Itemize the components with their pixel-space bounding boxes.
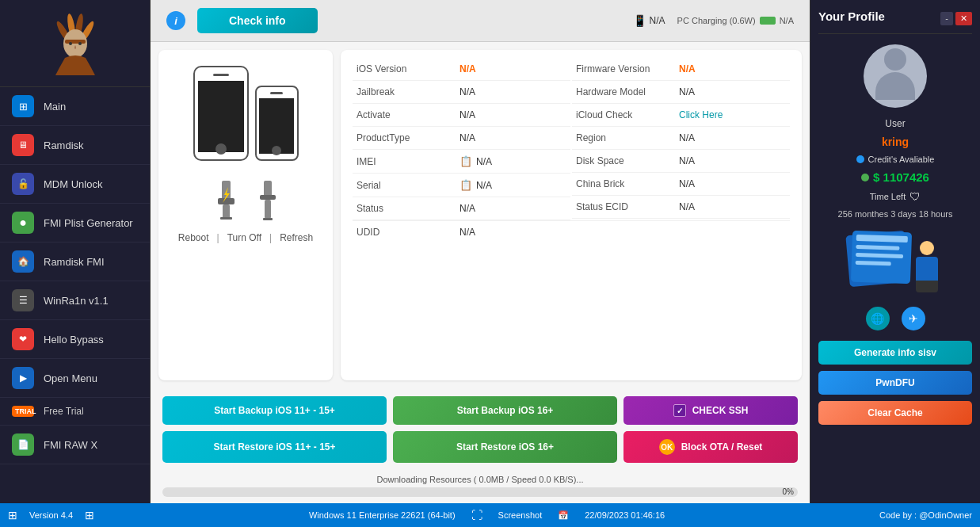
sidebar-item-label: FMI RAW X	[44, 439, 97, 451]
ios-version-value: N/A	[459, 63, 476, 74]
start-restore-new-button[interactable]: Start Restore iOS 16+	[393, 431, 617, 463]
taskbar-version: Version 4.4	[29, 510, 73, 520]
phone-big-screen	[198, 81, 244, 152]
turn-off-button[interactable]: Turn Off	[227, 232, 261, 243]
svg-point-7	[78, 42, 82, 45]
start-backup-old-button[interactable]: Start Backup iOS 11+ - 15+	[162, 396, 387, 425]
info-indicator-green	[861, 174, 869, 181]
sidebar-item-label: Hello Bypass	[44, 334, 104, 346]
sidebar-item-label: Ramdisk	[44, 139, 84, 151]
info-row-status: Status N/A	[353, 197, 570, 220]
header-right: 📱 N/A PC Charging (0.6W) N/A	[633, 14, 794, 27]
refresh-button[interactable]: Refresh	[280, 232, 313, 243]
sidebar-item-ramdisk[interactable]: 🖥 Ramdisk	[0, 126, 150, 165]
battery-na-value: N/A	[780, 16, 794, 25]
globe-icon[interactable]: 🌐	[866, 307, 890, 330]
windows-icon: ⊞	[8, 509, 17, 521]
taskbar-right: Code by : @OdinOwner	[879, 510, 972, 520]
btn-row-bottom: Start Restore iOS 11+ - 15+ Start Restor…	[162, 431, 798, 463]
sidebar-item-open-menu[interactable]: ▶ Open Menu	[0, 359, 150, 398]
taskbar: ⊞ Version 4.4 ⊞ Windows 11 Enterprise 22…	[0, 503, 980, 527]
block-ota-button[interactable]: OK Block OTA / Reset	[623, 431, 798, 463]
social-icons: 🌐 ✈	[866, 307, 925, 330]
ssh-checkbox[interactable]: ✓	[673, 404, 686, 417]
start-backup-new-button[interactable]: Start Backup iOS 16+	[393, 396, 617, 425]
charging-info: PC Charging (0.6W) N/A	[677, 16, 794, 25]
reboot-button[interactable]: Reboot	[178, 232, 209, 243]
serial-copy-icon[interactable]: 📋	[459, 179, 472, 191]
avatar	[864, 44, 927, 108]
ramdisk-icon: 🖥	[12, 134, 34, 156]
region-value: N/A	[679, 132, 695, 143]
svg-rect-11	[220, 217, 232, 220]
minimize-button[interactable]: -	[940, 12, 953, 25]
taskbar-center: Windows 11 Enterprise 22621 (64-bit) ⛶ S…	[106, 509, 868, 521]
info-row-china-brick: China Brick N/A	[572, 173, 790, 196]
telegram-icon[interactable]: ✈	[902, 307, 925, 330]
svg-rect-18	[856, 253, 903, 258]
avatar-silhouette	[871, 48, 919, 104]
info-row-disk: Disk Space N/A	[572, 150, 790, 173]
main-icon: ⊞	[12, 95, 34, 117]
sidebar-item-fmi-plist[interactable]: ● FMI Plist Generator	[0, 204, 150, 242]
info-row-icloud: iCloud Check Click Here	[572, 104, 790, 127]
pwndfu-button[interactable]: PwnDFU	[818, 371, 972, 395]
sidebar-item-mdm[interactable]: 🔓 MDM Unlock	[0, 165, 150, 204]
clear-cache-button[interactable]: Clear Cache	[818, 401, 972, 425]
logo-icon	[48, 12, 103, 75]
close-button[interactable]: ✕	[955, 12, 972, 25]
ok-icon: OK	[659, 439, 675, 455]
sidebar-item-ramdisk-fmi[interactable]: 🏠 Ramdisk FMI	[0, 242, 150, 281]
info-row-imei: IMEI 📋 N/A	[353, 150, 570, 174]
credits-value-row: $ 1107426	[861, 170, 929, 184]
udid-value: N/A	[459, 227, 475, 238]
check-ssh-button[interactable]: ✓ CHECK SSH	[623, 396, 798, 425]
svg-rect-17	[856, 245, 899, 250]
sidebar-item-main[interactable]: ⊞ Main	[0, 87, 150, 126]
illustration	[844, 229, 947, 292]
avatar-body	[875, 72, 915, 100]
taskbar-windows-icon2: ⊞	[85, 509, 94, 521]
svg-rect-9	[218, 198, 235, 204]
sidebar-item-hello-bypass[interactable]: ❤ Hello Bypass	[0, 320, 150, 359]
firmware-value: N/A	[679, 63, 696, 74]
jailbreak-value: N/A	[459, 86, 475, 97]
phone-small-screen	[259, 98, 294, 154]
imei-value: 📋 N/A	[459, 155, 492, 167]
device-image-section: Reboot | Turn Off | Refresh	[158, 50, 333, 380]
device-connector-row	[212, 181, 280, 220]
icloud-value[interactable]: Click Here	[679, 109, 723, 120]
info-row-product-type: ProductType N/A	[353, 127, 570, 150]
imei-copy-icon[interactable]: 📋	[459, 155, 472, 167]
generate-info-button[interactable]: Generate info sisv	[818, 341, 972, 365]
device-icon: 📱	[633, 14, 646, 27]
china-brick-value: N/A	[679, 178, 695, 189]
start-restore-old-button[interactable]: Start Restore iOS 11+ - 15+	[162, 431, 387, 463]
expand-icon: ⛶	[471, 509, 482, 521]
hardware-value: N/A	[679, 86, 695, 97]
sidebar-item-label: Ramdisk FMI	[44, 256, 105, 268]
time-value: 256 monthes 3 days 18 hours	[838, 209, 953, 219]
connector-icon-1	[212, 181, 240, 220]
device-actions: Reboot | Turn Off | Refresh	[178, 232, 313, 243]
sidebar-item-free-trial[interactable]: TRIAL Free Trial	[0, 398, 150, 426]
info-row-status-ecid: Status ECID N/A	[572, 196, 790, 219]
winra1n-icon: ☰	[12, 289, 34, 311]
sidebar-item-fmi-raw[interactable]: 📄 FMI RAW X	[0, 426, 150, 464]
svg-rect-15	[263, 218, 273, 220]
info-row-udid: UDID N/A	[353, 220, 790, 243]
svg-rect-16	[856, 235, 908, 242]
device-phones	[193, 66, 299, 161]
credits-label: Credit's Avaliable	[868, 155, 935, 164]
status-ecid-value: N/A	[679, 201, 695, 212]
info-row-activate: Activate N/A	[353, 104, 570, 127]
info-row-serial: Serial 📋 N/A	[353, 174, 570, 197]
info-icon: i	[166, 11, 185, 30]
charging-label: PC Charging (0.6W)	[677, 16, 756, 25]
sidebar-item-label: WinRa1n v1.1	[44, 295, 109, 307]
phone-big	[193, 66, 249, 161]
sidebar-item-winra1n[interactable]: ☰ WinRa1n v1.1	[0, 281, 150, 320]
svg-rect-19	[856, 261, 891, 266]
check-info-button[interactable]: Check info	[197, 8, 318, 33]
credits-row: Credit's Avaliable	[856, 155, 935, 164]
